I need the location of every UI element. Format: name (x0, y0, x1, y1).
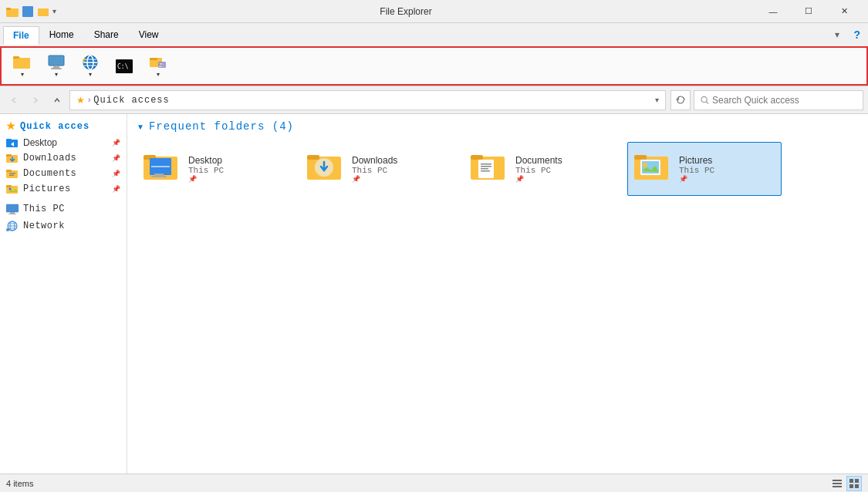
cmd-toolbar-btn[interactable]: C:\ _ (110, 55, 139, 78)
close-button[interactable]: ✕ (826, 0, 862, 23)
details-view-button[interactable] (846, 476, 862, 491)
title-bar: ▾ File Explorer — ☐ ✕ (0, 0, 868, 23)
folder-item-documents[interactable]: Documents This PC 📌 (464, 142, 618, 196)
desktop-folder-icon-wrap (144, 150, 181, 187)
pictures-folder-icon-wrap (634, 150, 671, 187)
sidebar-network-label: Network (23, 221, 65, 231)
address-dropdown[interactable]: ▾ (655, 96, 659, 104)
app-icon (6, 5, 19, 18)
back-button[interactable] (5, 91, 23, 110)
nav-icon (37, 5, 49, 18)
search-icon (701, 96, 709, 105)
folder-item-pictures[interactable]: Pictures This PC 📌 (627, 142, 782, 196)
folder-btn-dropdown[interactable]: ▾ (21, 71, 24, 78)
svg-rect-79 (849, 484, 853, 488)
svg-rect-41 (8, 214, 16, 214)
map-btn-dropdown[interactable]: ▾ (157, 71, 160, 78)
address-path[interactable]: ★ › Quick access ▾ (69, 90, 666, 110)
folder-item-desktop[interactable]: Desktop This PC 📌 (137, 142, 291, 196)
quick-access-star-icon: ★ (6, 120, 15, 132)
svg-rect-62 (471, 155, 483, 160)
sidebar-downloads-label: Downloads (23, 153, 76, 163)
section-header-frequent[interactable]: ▼ Frequent folders (4) (137, 120, 859, 133)
address-separator: › (88, 96, 90, 104)
desktop-folder-icon (6, 137, 19, 148)
quick-access-label: Quick acces (20, 121, 90, 132)
svg-text:_: _ (117, 68, 120, 74)
forward-button[interactable] (26, 91, 45, 110)
tab-file[interactable]: File (3, 26, 39, 45)
computer-btn-dropdown[interactable]: ▾ (55, 71, 58, 78)
sidebar-item-desktop[interactable]: Desktop 📌 (0, 135, 127, 150)
section-chevron-icon: ▼ (137, 123, 144, 131)
svg-rect-2 (6, 8, 11, 10)
folders-grid: Desktop This PC 📌 (137, 142, 859, 196)
desktop-pin-icon: 📌 (112, 139, 120, 147)
tab-share[interactable]: Share (84, 25, 129, 44)
map-drive-toolbar-btn[interactable]: Z: ▾ (144, 51, 173, 81)
sidebar-pictures-label: Pictures (23, 184, 71, 194)
svg-rect-37 (6, 185, 12, 187)
sidebar-item-pictures[interactable]: Pictures 📌 (0, 181, 127, 197)
svg-rect-74 (833, 480, 842, 481)
pictures-folder-pin: 📌 (679, 175, 714, 183)
svg-rect-80 (855, 484, 859, 488)
sidebar-item-network[interactable]: Network (0, 218, 127, 234)
maximize-button[interactable]: ☐ (791, 0, 826, 23)
sidebar-quick-access[interactable]: ★ Quick acces (0, 117, 127, 135)
sidebar-thispc-label: This PC (23, 204, 65, 214)
thispc-icon (6, 204, 19, 214)
svg-text:Z:: Z: (159, 62, 164, 68)
svg-rect-65 (481, 166, 491, 167)
svg-rect-54 (154, 174, 164, 176)
svg-rect-77 (849, 479, 853, 483)
content-area: ▼ Frequent folders (4) (127, 114, 868, 473)
documents-folder-pin: 📌 (515, 175, 562, 183)
svg-rect-3 (22, 6, 33, 17)
item-count: 4 items (6, 479, 33, 488)
search-box[interactable] (694, 90, 863, 110)
svg-rect-35 (9, 175, 14, 177)
title-bar-title: File Explorer (56, 6, 755, 17)
refresh-button[interactable] (670, 90, 691, 110)
title-bar-icons: ▾ (6, 5, 56, 18)
window-controls: — ☐ ✕ (755, 0, 862, 23)
up-button[interactable] (48, 91, 66, 110)
search-input[interactable] (712, 95, 856, 106)
help-button[interactable]: ? (849, 29, 865, 41)
svg-rect-11 (51, 68, 62, 69)
pictures-folder-icon (6, 184, 19, 194)
folder-toolbar-btn[interactable]: ▾ (8, 51, 37, 81)
computer-toolbar-btn[interactable]: ▾ (42, 51, 71, 81)
address-text: Quick access (93, 95, 169, 106)
downloads-folder-icon-wrap (307, 150, 344, 187)
documents-folder-info: Documents This PC 📌 (515, 155, 562, 183)
svg-rect-40 (10, 212, 15, 214)
list-view-button[interactable] (829, 476, 845, 491)
sidebar-item-thispc[interactable]: This PC (0, 201, 127, 217)
svg-rect-75 (833, 483, 842, 484)
svg-rect-67 (481, 170, 490, 172)
desktop-folder-info: Desktop This PC 📌 (188, 155, 224, 183)
tab-view[interactable]: View (129, 25, 169, 44)
status-bar: 4 items (0, 473, 868, 492)
main-area: ★ Quick acces Desktop 📌 Downloads 📌 (0, 114, 868, 473)
ie-toolbar-btn[interactable]: e ▾ (76, 51, 105, 81)
folder-item-downloads[interactable]: Downloads This PC 📌 (300, 142, 454, 196)
svg-rect-22 (150, 58, 157, 60)
downloads-folder-pin: 📌 (352, 175, 397, 183)
tab-home[interactable]: Home (39, 25, 84, 44)
svg-text:e: e (83, 56, 86, 63)
sidebar-item-documents[interactable]: Documents 📌 (0, 166, 127, 181)
sidebar-item-downloads[interactable]: Downloads 📌 (0, 150, 127, 166)
ie-btn-dropdown[interactable]: ▾ (89, 71, 92, 78)
minimize-button[interactable]: — (755, 0, 791, 23)
downloads-folder-info: Downloads This PC 📌 (352, 155, 397, 183)
svg-rect-55 (151, 176, 167, 177)
svg-rect-70 (634, 155, 647, 160)
desktop-folder-name: Desktop (188, 155, 224, 166)
pictures-pin-icon: 📌 (112, 185, 120, 193)
ribbon-collapse-btn[interactable]: ▾ (829, 29, 846, 40)
documents-folder-icon-wrap (471, 150, 508, 187)
svg-rect-53 (151, 166, 170, 167)
